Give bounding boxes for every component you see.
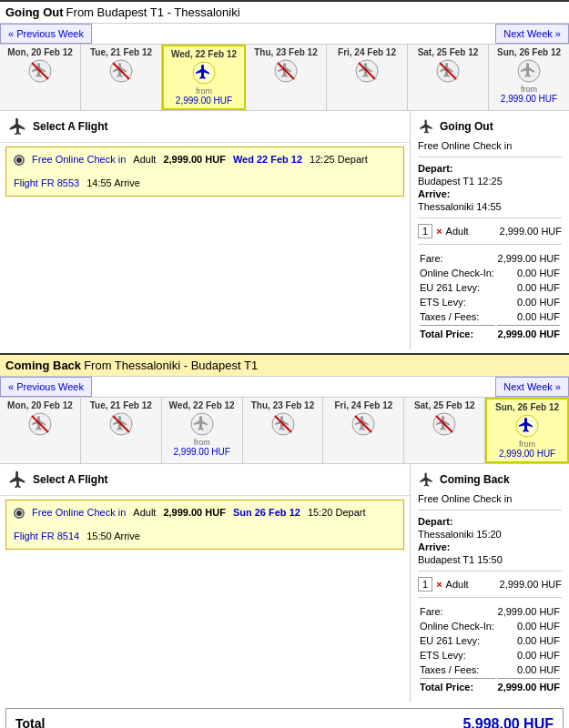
going-out-arrive: 14:55 Arrive [86,176,140,192]
cal-day-coming-5[interactable]: Sat, 25 Feb 12 [404,398,485,463]
going-out-total-row: Total Price: 2,999.00 HUF [420,325,560,340]
coming-back-tax-row: Taxes / Fees: 0.00 HUF [420,663,560,676]
going-out-left: Select A Flight Free Online Check in Adu… [0,111,410,349]
cal-day-coming-0[interactable]: Mon, 20 Feb 12 [0,398,81,463]
coming-back-calendar: Mon, 20 Feb 12 Tue, 21 Feb 12 Wed, 22 Fe… [0,398,569,464]
going-out-checkin-row: Online Check-In: 0.00 HUF [420,267,560,279]
going-out-panel-depart-value: Budapest T1 12:25 [418,176,562,187]
plane-icon-panel-coming [418,471,434,488]
going-out-select-label: Select A Flight [33,120,402,133]
going-out-section: Going Out From Budapest T1 - Thessalonik… [0,0,569,349]
going-out-ets-row: ETS Levy: 0.00 HUF [420,296,560,308]
cal-day-going-6[interactable]: Sun, 26 Feb 12 from2,999.00 HUF [489,45,569,110]
cal-from-label: from [165,438,239,447]
no-fly-icon [165,412,239,436]
cal-day-label: Thu, 23 Feb 12 [249,47,323,57]
coming-back-panel-header: Coming Back [418,471,562,488]
coming-back-remove-btn[interactable]: × [436,579,442,590]
going-out-qty: 1 [418,224,432,238]
cal-day-label: Tue, 21 Feb 12 [84,47,158,57]
going-out-depart: 12:25 Depart [310,152,368,168]
going-out-tax-row: Taxes / Fees: 0.00 HUF [420,310,560,323]
cal-day-label: Mon, 20 Feb 12 [3,400,77,410]
going-out-flight-row[interactable]: Free Online Check in Adult 2,999.00 HUF … [5,147,404,197]
going-out-week-nav: « Previous Week Next Week » [0,24,569,45]
plane-icon-going [7,116,27,136]
going-out-panel-header: Going Out [418,118,562,135]
going-out-qty-price: 2,999.00 HUF [500,226,562,237]
no-fly-icon [407,412,482,436]
coming-back-price-table: Fare: 2,999.00 HUF Online Check-In: 0.00… [418,603,562,695]
coming-back-panel-depart-value: Thessaloniki 15:20 [418,529,562,540]
coming-back-arrive: 15:50 Arrive [86,529,140,545]
cal-day-label: Sun, 26 Feb 12 [492,47,566,57]
coming-back-prev-week[interactable]: « Previous Week [0,377,92,397]
cal-day-going-4[interactable]: Fri, 24 Feb 12 [327,45,408,110]
cal-day-label: Fri, 24 Feb 12 [326,400,401,410]
going-out-remove-btn[interactable]: × [436,226,442,237]
coming-back-radio[interactable] [14,508,25,519]
cal-day-going-5[interactable]: Sat, 25 Feb 12 [408,45,489,110]
cal-price: 2,999.00 HUF [165,447,239,457]
cal-day-label: Mon, 20 Feb 12 [3,47,77,57]
coming-back-panel-checkin: Free Online Check in [418,493,562,504]
going-out-next-week[interactable]: Next Week » [495,24,569,44]
cal-day-coming-6[interactable]: Sun, 26 Feb 12 from2,999.00 HUF [485,398,569,463]
going-out-radio[interactable] [14,155,25,166]
cal-from-label: from [492,85,566,94]
coming-back-checkin: Free Online Check in [32,505,126,521]
going-out-prev-week[interactable]: « Previous Week [0,24,92,44]
no-fly-icon [84,412,158,436]
coming-back-flight-no: Flight FR 8514 [14,529,79,545]
coming-back-next-week[interactable]: Next Week » [495,377,569,397]
going-out-route: From Budapest T1 - Thessaloniki [66,5,240,19]
going-out-panel-arrive-label: Arrive: [418,188,562,199]
no-fly-icon [249,59,323,83]
cal-day-coming-2[interactable]: Wed, 22 Feb 12 from2,999.00 HUF [162,398,243,463]
coming-back-select-bar: Select A Flight [0,464,410,496]
coming-back-left: Select A Flight Free Online Check in Adu… [0,464,410,703]
plane-icon-panel-going [418,118,434,135]
coming-back-checkin-row: Online Check-In: 0.00 HUF [420,620,560,632]
cal-from-label: from [167,86,241,96]
coming-back-flight-row[interactable]: Free Online Check in Adult 2,999.00 HUF … [5,500,404,550]
cal-day-label: Sat, 25 Feb 12 [407,400,482,410]
no-fly-icon [3,412,77,436]
coming-back-price: 2,999.00 HUF [163,505,225,521]
no-fly-icon [84,59,158,83]
coming-back-route: From Thessaloniki - Budapest T1 [84,359,258,372]
no-fly-icon [246,412,320,436]
coming-back-section: Coming Back From Thessaloniki - Budapest… [0,353,569,703]
going-out-price-table: Fare: 2,999.00 HUF Online Check-In: 0.00… [418,250,562,342]
coming-back-total-row: Total Price: 2,999.00 HUF [420,678,560,693]
coming-back-main: Select A Flight Free Online Check in Adu… [0,464,569,703]
no-fly-icon [490,414,564,438]
cal-day-label: Tue, 21 Feb 12 [84,400,158,410]
plane-icon-coming [7,470,27,490]
going-out-date: Wed 22 Feb 12 [233,152,302,168]
coming-back-adult-label: Adult [446,579,469,590]
cal-day-label: Sat, 25 Feb 12 [411,47,485,57]
total-box: Total Optional charges such as administr… [5,708,564,728]
total-right: 5,998.00 HUF [462,716,554,728]
cal-from-label: from [490,440,564,449]
going-out-panel-arrive-value: Thessaloniki 14:55 [418,201,562,212]
cal-day-coming-3[interactable]: Thu, 23 Feb 12 [243,398,324,463]
coming-back-ets-row: ETS Levy: 0.00 HUF [420,649,560,662]
going-out-flight-no: Flight FR 8553 [14,176,79,192]
cal-day-coming-4[interactable]: Fri, 24 Feb 12 [323,398,404,463]
going-out-main: Select A Flight Free Online Check in Adu… [0,111,569,349]
cal-day-coming-1[interactable]: Tue, 21 Feb 12 [81,398,162,463]
total-left: Total Optional charges such as administr… [15,716,462,728]
coming-back-select-label: Select A Flight [33,473,402,486]
going-out-right-panel: Going Out Free Online Check in Depart: B… [410,111,569,349]
no-fly-icon [330,59,404,83]
cal-day-going-0[interactable]: Mon, 20 Feb 12 [0,45,81,110]
going-out-header: Going Out From Budapest T1 - Thessalonik… [0,0,569,24]
going-out-panel-checkin: Free Online Check in [418,140,562,151]
cal-day-label: Wed, 22 Feb 12 [165,400,239,410]
cal-day-going-3[interactable]: Thu, 23 Feb 12 [246,45,327,110]
cal-day-going-2[interactable]: Wed, 22 Feb 12 from2,999.00 HUF [162,45,246,110]
cal-day-going-1[interactable]: Tue, 21 Feb 12 [81,45,162,110]
going-out-fare-row: Fare: 2,999.00 HUF [420,252,560,265]
